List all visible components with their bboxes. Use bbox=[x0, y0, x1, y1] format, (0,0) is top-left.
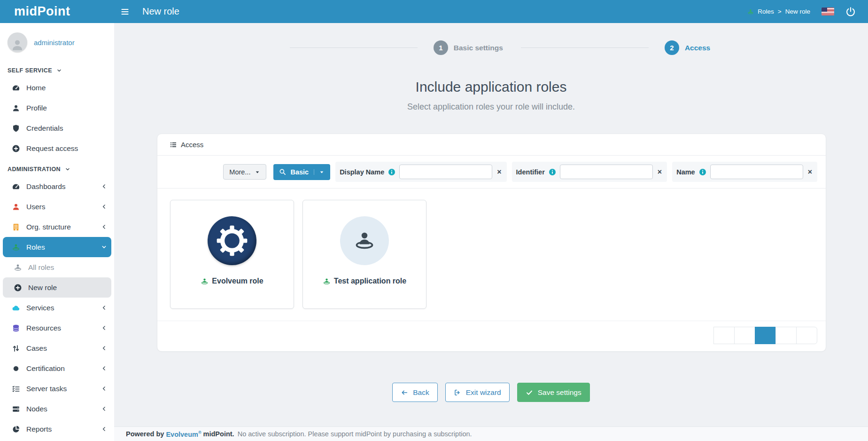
sign-out-icon bbox=[454, 389, 461, 396]
clear-filter-button[interactable]: × bbox=[496, 168, 502, 176]
wizard-step-basic-settings[interactable]: 1 Basic settings bbox=[272, 40, 503, 55]
breadcrumb-separator: > bbox=[778, 8, 782, 15]
sidebar-item-all-roles[interactable]: All roles bbox=[0, 257, 114, 277]
sidebar-item-users[interactable]: Users bbox=[0, 197, 114, 217]
sidebar-item-services[interactable]: Services bbox=[0, 298, 114, 318]
sidebar-item-icon bbox=[14, 263, 22, 272]
sidebar-item-home[interactable]: Home bbox=[0, 78, 114, 98]
footer: Powered by Evolveum® midPoint. No active… bbox=[114, 426, 868, 441]
breadcrumb: Roles > New role bbox=[747, 8, 810, 15]
logout-power-button[interactable] bbox=[845, 7, 856, 17]
info-icon[interactable] bbox=[388, 168, 395, 176]
sidebar-item-new-role[interactable]: New role bbox=[3, 277, 111, 298]
sidebar-item-icon bbox=[12, 405, 20, 413]
content-subtitle: Select application roles your role will … bbox=[114, 102, 868, 112]
app-logo-text: midPoint bbox=[14, 4, 70, 19]
chevron-icon bbox=[101, 325, 107, 331]
language-flag-us[interactable] bbox=[822, 8, 834, 16]
access-panel-title: Access bbox=[181, 141, 203, 149]
filter-label: Identifier bbox=[516, 168, 545, 176]
page-title: New role bbox=[142, 6, 179, 17]
avatar bbox=[8, 32, 27, 52]
sidebar-section-administration[interactable]: ADMINISTRATION bbox=[0, 158, 114, 176]
wizard-steps: 1 Basic settings 2 Access bbox=[114, 23, 868, 55]
evolveum-gear-logo bbox=[208, 216, 256, 265]
sidebar-item-org-structure[interactable]: Org. structure bbox=[0, 217, 114, 237]
access-panel: Access More... Basic bbox=[157, 134, 826, 352]
sidebar-item-certification[interactable]: Certification bbox=[0, 358, 114, 378]
search-filter-bar: More... Basic Display Name bbox=[157, 156, 826, 189]
app-logo[interactable]: midPoint bbox=[0, 0, 114, 23]
sidebar-item-dashboards[interactable]: Dashboards bbox=[0, 176, 114, 197]
sidebar-item-cases[interactable]: Cases bbox=[0, 338, 114, 358]
list-icon bbox=[170, 141, 177, 149]
sidebar-item-request-access[interactable]: Request access bbox=[0, 138, 114, 158]
info-icon[interactable] bbox=[699, 168, 706, 176]
sidebar-item-roles[interactable]: Roles bbox=[3, 237, 111, 257]
chevron-icon bbox=[101, 204, 107, 210]
clear-filter-button[interactable]: × bbox=[657, 168, 663, 176]
sidebar-item-profile[interactable]: Profile bbox=[0, 98, 114, 118]
role-cards: Evolveum role Test application role bbox=[157, 189, 826, 321]
exit-wizard-button[interactable]: Exit wizard bbox=[445, 383, 510, 402]
filter-input[interactable] bbox=[560, 165, 653, 179]
breadcrumb-parent[interactable]: Roles bbox=[758, 8, 774, 15]
pagination-page-1[interactable] bbox=[755, 327, 776, 344]
sidebar-item-resources[interactable]: Resources bbox=[0, 318, 114, 338]
sidebar-item-icon bbox=[12, 344, 20, 353]
access-panel-header: Access bbox=[157, 134, 826, 156]
clear-filter-button[interactable]: × bbox=[807, 168, 813, 176]
sidebar-section-self-service[interactable]: SELF SERVICE bbox=[0, 60, 114, 78]
chevron-down-icon bbox=[65, 166, 70, 172]
sidebar-item-icon bbox=[12, 385, 20, 393]
save-settings-button[interactable]: Save settings bbox=[517, 383, 590, 402]
back-button[interactable]: Back bbox=[392, 383, 437, 402]
check-icon bbox=[526, 389, 533, 396]
sidebar-item-icon bbox=[12, 223, 20, 231]
info-icon[interactable] bbox=[549, 168, 556, 176]
sidebar-item-icon bbox=[12, 304, 20, 312]
footer-powered-by: Powered by bbox=[126, 430, 164, 438]
role-card-test-application[interactable]: Test application role bbox=[302, 200, 426, 309]
filter-input[interactable] bbox=[710, 165, 803, 179]
hamburger-menu-icon[interactable] bbox=[114, 0, 136, 23]
search-mode-dropdown[interactable] bbox=[314, 169, 325, 175]
sidebar-item-credentials[interactable]: Credentials bbox=[0, 118, 114, 138]
basic-search-button[interactable]: Basic bbox=[273, 164, 330, 180]
evolveum-link[interactable]: Evolveum® bbox=[166, 430, 201, 438]
chevron-icon bbox=[101, 224, 107, 230]
breadcrumb-current: New role bbox=[785, 8, 810, 15]
pagination bbox=[714, 327, 817, 344]
role-card-evolveum[interactable]: Evolveum role bbox=[170, 200, 294, 309]
sidebar: administrator SELF SERVICE Home Profile bbox=[0, 23, 114, 441]
wizard-step-access[interactable]: 2 Access bbox=[503, 40, 710, 55]
pagination-first[interactable] bbox=[713, 327, 735, 344]
username-link[interactable]: administrator bbox=[34, 39, 75, 47]
chevron-icon bbox=[101, 426, 107, 432]
more-filters-button[interactable]: More... bbox=[223, 164, 266, 180]
chevron-icon bbox=[101, 365, 107, 371]
sidebar-item-nodes[interactable]: Nodes bbox=[0, 399, 114, 419]
filter-input[interactable] bbox=[399, 165, 492, 179]
footer-product: midPoint. bbox=[203, 430, 234, 438]
pagination-next[interactable] bbox=[775, 327, 797, 344]
caret-down-icon bbox=[255, 169, 260, 175]
header-right: Roles > New role bbox=[747, 7, 868, 17]
wizard-step-number: 2 bbox=[665, 40, 679, 55]
pagination-last[interactable] bbox=[796, 327, 817, 344]
sidebar-item-icon bbox=[12, 425, 20, 433]
sidebar-item-reports[interactable]: Reports bbox=[0, 419, 114, 439]
midpoint-app: midPoint New role Roles > New role admi bbox=[0, 0, 868, 441]
header-main: New role Roles > New role bbox=[114, 0, 868, 23]
main-column: 1 Basic settings 2 Access Include applic… bbox=[114, 23, 868, 441]
top-header: midPoint New role Roles > New role bbox=[0, 0, 868, 23]
chevron-icon bbox=[101, 386, 107, 392]
sidebar-item-server-tasks[interactable]: Server tasks bbox=[0, 378, 114, 399]
sidebar-menu: SELF SERVICE Home Profile Credentials bbox=[0, 60, 114, 439]
sidebar-item-icon bbox=[12, 203, 20, 211]
main-content: 1 Basic settings 2 Access Include applic… bbox=[114, 23, 868, 426]
pagination-prev[interactable] bbox=[734, 327, 755, 344]
role-card-label: Test application role bbox=[334, 277, 406, 285]
role-icon bbox=[747, 8, 754, 15]
chevron-icon bbox=[101, 305, 107, 311]
